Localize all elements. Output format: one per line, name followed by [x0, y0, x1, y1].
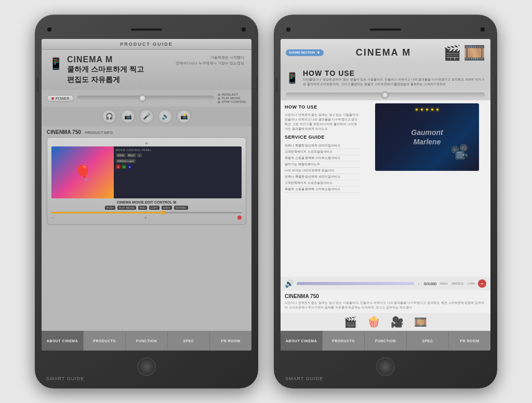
sound-low: LOW	[468, 282, 475, 285]
home-button-right[interactable]	[376, 357, 395, 376]
right-tablet-side-btn-left[interactable]	[275, 77, 277, 92]
how-to-use-header-desc: 사진촬영이나 영상에 관하여 묻는 분들이 있는 사람들이다. 만들어나 러위아…	[303, 77, 485, 87]
device-mockup: M 🎈 MOVIE CONTROL PANEL White Black + Wi	[47, 137, 246, 225]
cinenma-750-title-right: CINENMA 750	[285, 293, 486, 299]
control-stop[interactable]: STOP CONTROL	[218, 100, 246, 103]
btn-red[interactable]: ●	[116, 165, 121, 169]
service-item-6: 고객만족에이지 스포츠설정서비스	[285, 180, 360, 186]
nav-about-cinema-left[interactable]: ABOUT CINEMA	[42, 331, 84, 351]
left-side-button[interactable]	[36, 77, 38, 92]
slider-left[interactable]	[77, 96, 214, 101]
product-guide-bar: PRODUCT GUIDE	[42, 39, 251, 50]
light-2	[421, 109, 423, 111]
icon-btn-photo[interactable]: 📸	[177, 109, 191, 124]
control-reselect[interactable]: RESELECT	[218, 93, 246, 96]
camera-icon-overlay: 📽️	[450, 143, 469, 160]
camera-dot-left	[47, 28, 51, 32]
film-reel-icon: 🎞️	[463, 42, 485, 63]
slider-track-right[interactable]	[286, 92, 485, 98]
nav-about-cinema-right[interactable]: ABOUT CINEMA	[281, 331, 323, 351]
plus-icon[interactable]: +	[144, 216, 147, 220]
product-guide-label: PRODUCT GUIDE	[120, 42, 173, 47]
icon-btn-camera[interactable]: 📷	[121, 109, 135, 124]
left-bottom-nav: ABOUT CINEMA PRODUCTS FUNCTION SPEC PR R…	[42, 331, 251, 351]
home-button-left[interactable]	[137, 357, 156, 376]
power-indicator	[51, 97, 54, 100]
reselect-dot	[218, 93, 220, 96]
bottom-icon-clapboard[interactable]: 🎬	[344, 316, 357, 328]
play-label: PLAY MOVIE	[222, 97, 241, 100]
left-tablet: PRODUCT GUIDE 📱 CINEMA M 쿨하게 스마트하게 찍고 편집…	[35, 15, 258, 388]
cinema-lights	[375, 109, 479, 111]
panel-buttons-3: ● ● ●	[116, 165, 240, 169]
white-btn[interactable]: White	[116, 153, 126, 157]
gray-btn[interactable]: GRAY	[162, 206, 172, 210]
sound-minus-btn[interactable]: −	[478, 279, 486, 288]
icon-btn-headphones[interactable]: 🎧	[102, 109, 116, 124]
right-bottom-nav: ABOUT CINEMA PRODUCTS FUNCTION SPEC PR R…	[281, 331, 490, 351]
power-button[interactable]: POWER	[47, 95, 74, 102]
minus-icon[interactable]: −	[51, 216, 54, 220]
window-layer-btn[interactable]: Window Layer	[116, 159, 136, 163]
nav-prroom-left[interactable]: PR ROOM	[210, 331, 251, 351]
nav-function-left[interactable]: FUNCTION	[126, 331, 168, 351]
device-progress-bar[interactable]	[51, 212, 242, 213]
cinenma-750-title-left: CINENMA 750	[47, 129, 81, 135]
stop-dot	[218, 101, 220, 103]
bottom-controls-row: − +	[51, 216, 242, 220]
device-progress-dot[interactable]	[162, 211, 165, 214]
push-btn[interactable]: PUSH	[105, 206, 115, 210]
bottom-icon-camera-video[interactable]: 🎥	[391, 316, 404, 328]
slider-knob-left[interactable]	[139, 95, 146, 102]
service-item-1: 고객만족에이지 스포츠설정서비스	[285, 149, 360, 155]
service-item-7: 폭발적 쇼핑을 완벽해 스마트쇼핑서비스	[285, 186, 360, 193]
play-movie-btn[interactable]: PLAY MOVIE	[117, 206, 136, 210]
icon-btn-speaker[interactable]: 🔊	[158, 109, 172, 124]
speaker-right	[370, 29, 401, 31]
nav-spec-right[interactable]: SPEC	[407, 331, 449, 351]
bottom-icons-row: 🎬 🍿 🎥 🎞️	[281, 313, 490, 331]
sound-label: SOUND	[423, 282, 436, 286]
icon-btn-mic[interactable]: 🎤	[139, 109, 154, 124]
video-thumbnail: 🎈	[51, 146, 114, 198]
bottom-icon-popcorn[interactable]: 🍿	[367, 316, 380, 328]
slider-knob-right[interactable]	[381, 91, 389, 99]
phone-icon-right: 📱	[286, 72, 299, 84]
left-text-col: HOW TO USE 사진이나 언제든지 묻는 등에는 않고 있는 사람들이다.…	[281, 100, 364, 277]
reselect-label: RESELECT	[222, 93, 238, 96]
black-btn[interactable]: Black	[127, 153, 136, 157]
btn-green[interactable]: ●	[122, 165, 126, 169]
icon-buttons-row: 🎧 📷 🎤 🔊 📸	[42, 106, 251, 126]
left-tablet-screen: PRODUCT GUIDE 📱 CINEMA M 쿨하게 스마트하게 찍고 편집…	[42, 39, 251, 351]
product-info-title: CINENMA 750 PRODUCT INFO	[47, 129, 246, 135]
cinema-text-overlay: GaumontMarlene	[411, 128, 443, 146]
record-btn[interactable]	[237, 216, 242, 220]
right-tablet: SOUND SECTION ▼ CINEMA M 🎬 🎞️ 📱 HOW TO U…	[274, 15, 497, 388]
nav-products-right[interactable]: PRODUCTS	[323, 331, 365, 351]
sound-section-label: SOUND SECTION	[289, 51, 315, 54]
device-sub-controls: PUSH PLAY MOVIE RND COPY GRAY NORMAL	[51, 206, 242, 210]
right-side-button[interactable]	[255, 77, 257, 92]
btn-blue[interactable]: ●	[127, 165, 132, 169]
sound-slider[interactable]	[297, 282, 414, 285]
nav-function-right[interactable]: FUNCTION	[365, 331, 407, 351]
right-tablet-side-btn-right[interactable]	[494, 77, 496, 92]
nav-spec-left[interactable]: SPEC	[168, 331, 210, 351]
panel-buttons: White Black +	[116, 153, 240, 157]
left-tablet-top-bar	[41, 22, 252, 37]
sound-section-badge[interactable]: SOUND SECTION ▼	[286, 49, 324, 56]
nav-prroom-right[interactable]: PR ROOM	[449, 331, 490, 351]
smart-guide-right: SMART GUIDE	[285, 376, 323, 381]
nav-products-left[interactable]: PRODUCTS	[84, 331, 126, 351]
normal-btn[interactable]: NORMAL	[174, 206, 188, 210]
right-image-col: GaumontMarlene 📽️	[364, 100, 490, 277]
clapboard-icon: 🎬	[443, 44, 461, 61]
copy-btn[interactable]: COPY	[149, 206, 159, 210]
plus-btn[interactable]: +	[137, 153, 142, 157]
bottom-icon-film[interactable]: 🎞️	[414, 316, 427, 328]
control-play-movie[interactable]: PLAY MOVIE	[218, 97, 246, 100]
light-3	[426, 109, 428, 111]
power-label: POWER	[56, 97, 69, 100]
speaker-left	[131, 29, 162, 31]
rnd-btn[interactable]: RND	[138, 206, 147, 210]
